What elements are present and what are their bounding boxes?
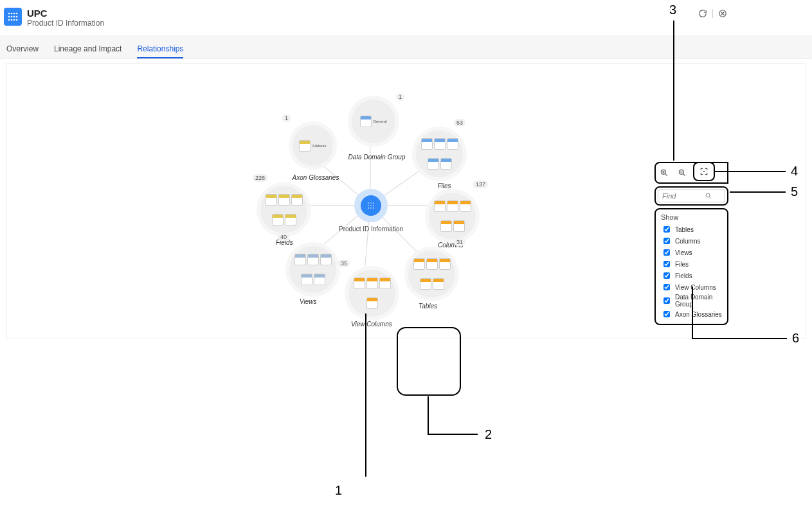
svg-point-9: [11, 19, 13, 21]
separator: [712, 9, 713, 18]
cluster-data-domain-group[interactable]: General: [348, 96, 399, 147]
label-data-domain-group: Data Domain Group: [348, 154, 406, 161]
fit-to-screen-icon[interactable]: [698, 166, 710, 177]
svg-point-21: [373, 207, 374, 209]
svg-point-1: [11, 13, 13, 15]
svg-point-29: [706, 193, 710, 197]
label-files: Files: [425, 182, 464, 190]
svg-point-6: [14, 16, 15, 18]
badge-columns: 137: [473, 181, 488, 188]
annotation-line-6h: [692, 338, 787, 339]
label-axon-glossaries: Axon Glossaries: [287, 174, 345, 181]
svg-point-19: [368, 207, 369, 209]
annotation-label-6: 6: [792, 331, 799, 346]
zoom-out-icon[interactable]: [676, 167, 688, 179]
annotation-label-4: 4: [791, 164, 798, 179]
search-icon[interactable]: [705, 192, 712, 200]
asset-subtitle: Product ID Information: [27, 19, 104, 28]
label-view-columns: View Columns: [351, 321, 402, 328]
annotation-label-2: 2: [485, 427, 492, 442]
svg-point-0: [8, 13, 10, 15]
center-node-label: Product ID Information: [332, 225, 410, 233]
svg-point-13: [368, 202, 369, 204]
tab-relationships[interactable]: Relationships: [137, 40, 183, 58]
tab-lineage[interactable]: Lineage and Impact: [54, 40, 122, 58]
badge-data-domain-group: 1: [396, 93, 404, 101]
badge-view-columns: 35: [338, 260, 350, 267]
label-views: Views: [300, 298, 332, 305]
annotation-line-2v: [428, 396, 429, 434]
label-tables: Tables: [419, 303, 451, 310]
svg-line-23: [665, 174, 667, 176]
cluster-views[interactable]: [285, 242, 340, 297]
annotation-line-1: [365, 313, 366, 477]
tab-overview[interactable]: Overview: [6, 40, 39, 58]
svg-line-30: [710, 197, 712, 199]
svg-point-16: [368, 205, 369, 206]
filter-files[interactable]: Files: [661, 258, 722, 270]
svg-point-15: [373, 202, 374, 204]
svg-point-17: [370, 205, 372, 206]
svg-point-10: [14, 19, 15, 21]
page-header: UPC Product ID Information: [0, 0, 812, 35]
filter-heading: Show: [661, 213, 722, 221]
cluster-fields[interactable]: [257, 182, 311, 237]
find-box[interactable]: [658, 190, 725, 202]
svg-point-11: [16, 19, 18, 21]
annotation-line-4: [714, 171, 786, 172]
app-icon: [4, 8, 22, 26]
cluster-files[interactable]: [412, 127, 467, 181]
find-input[interactable]: [661, 191, 702, 200]
cluster-view-columns[interactable]: [345, 266, 399, 321]
badge-files: 63: [454, 119, 465, 127]
tab-bar: Overview Lineage and Impact Relationship…: [0, 35, 812, 59]
refresh-icon[interactable]: [697, 8, 708, 19]
annotation-box-2: [397, 327, 461, 396]
svg-point-2: [14, 13, 15, 15]
svg-point-7: [16, 16, 18, 18]
annotation-label-5: 5: [791, 184, 798, 199]
svg-point-20: [370, 207, 372, 209]
filter-columns[interactable]: Columns: [661, 235, 722, 247]
zoom-tool-group: [654, 162, 728, 184]
header-actions: [697, 8, 728, 19]
center-node[interactable]: [354, 189, 388, 222]
badge-axon-glossaries: 1: [282, 114, 291, 122]
badge-views: 40: [278, 233, 289, 241]
badge-tables: 31: [454, 238, 465, 246]
svg-point-8: [8, 19, 10, 21]
cluster-tables[interactable]: [404, 247, 459, 301]
annotation-line-5: [730, 191, 786, 193]
svg-point-14: [370, 202, 372, 204]
filter-fields[interactable]: Fields: [661, 270, 722, 281]
svg-point-18: [373, 205, 374, 206]
annotation-label-3: 3: [669, 3, 676, 17]
fit-tool-group: [693, 162, 715, 181]
zoom-in-icon[interactable]: [658, 167, 670, 179]
annotation-label-1: 1: [335, 483, 342, 498]
filter-tables[interactable]: Tables: [661, 224, 722, 235]
close-icon[interactable]: [717, 8, 728, 19]
svg-point-5: [11, 16, 13, 18]
filter-views[interactable]: Views: [661, 247, 722, 258]
find-wrap: [654, 186, 728, 206]
annotation-line-2h: [428, 434, 478, 435]
svg-point-31: [703, 171, 705, 172]
badge-fields: 228: [253, 174, 267, 182]
annotation-line-6v: [692, 287, 693, 338]
cluster-columns[interactable]: [425, 189, 480, 243]
svg-line-27: [683, 174, 685, 176]
asset-title: UPC: [27, 8, 104, 19]
svg-point-3: [16, 13, 18, 15]
cluster-axon-glossaries[interactable]: Address: [289, 121, 337, 170]
annotation-line-3: [673, 21, 674, 161]
svg-point-4: [8, 16, 10, 18]
